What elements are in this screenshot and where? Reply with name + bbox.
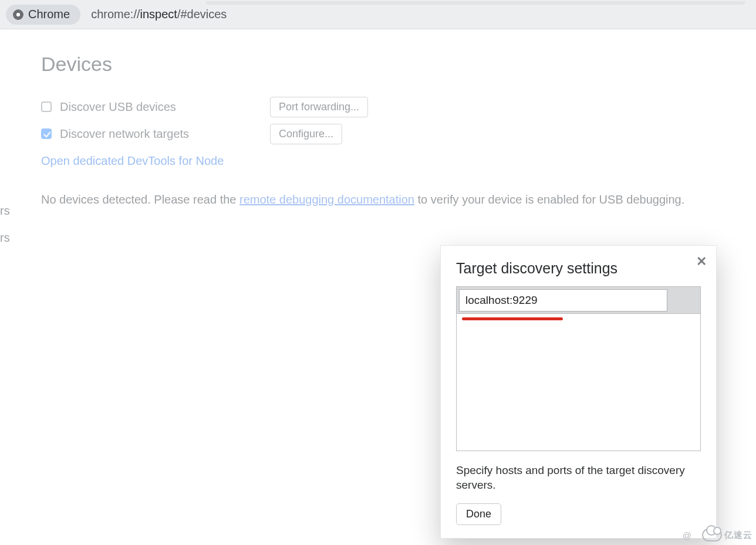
watermark: @ 亿速云 <box>683 529 752 541</box>
annotation-underline <box>462 317 563 320</box>
close-icon[interactable]: ✕ <box>696 254 707 269</box>
row-node-link: Open dedicated DevTools for Node <box>41 147 756 174</box>
page-body: Devices Discover USB devices Port forwar… <box>0 29 756 207</box>
target-list-header <box>457 287 700 314</box>
dialog-title: Target discovery settings <box>456 260 701 277</box>
watermark-brand: 亿速云 <box>724 530 752 541</box>
side-fragment-2: rs <box>0 231 10 245</box>
checkbox-network[interactable] <box>41 128 52 139</box>
url-suffix: /#devices <box>177 8 227 21</box>
watermark-at: @ <box>683 530 691 540</box>
label-usb: Discover USB devices <box>60 100 176 114</box>
dialog-description: Specify hosts and ports of the target di… <box>456 463 701 493</box>
address-bar-shadow <box>205 1 745 5</box>
port-forwarding-button[interactable]: Port forwarding... <box>270 97 368 117</box>
target-discovery-dialog: ✕ Target discovery settings Specify host… <box>440 245 717 539</box>
side-fragment-1: rs <box>0 204 10 218</box>
chrome-icon <box>13 9 23 20</box>
url-display[interactable]: chrome://inspect/#devices <box>91 8 227 21</box>
checkbox-usb[interactable] <box>41 101 52 112</box>
remote-debugging-doc-link[interactable]: remote debugging documentation <box>239 193 414 206</box>
url-bold: inspect <box>140 8 177 21</box>
target-remove-slot[interactable] <box>670 289 698 312</box>
cloud-icon <box>702 529 722 541</box>
tab-label: Chrome <box>28 8 70 21</box>
status-line: No devices detected. Please read the rem… <box>41 193 756 207</box>
row-network: Discover network targets Configure... <box>41 120 756 147</box>
done-button[interactable]: Done <box>456 503 501 525</box>
url-prefix: chrome:// <box>91 8 140 21</box>
browser-tab[interactable]: Chrome <box>6 5 80 25</box>
status-suffix: to verify your device is enabled for USB… <box>414 193 684 206</box>
open-devtools-node-link[interactable]: Open dedicated DevTools for Node <box>41 154 224 168</box>
page-title: Devices <box>41 53 756 76</box>
configure-button[interactable]: Configure... <box>270 124 342 144</box>
target-list <box>456 286 701 451</box>
label-network: Discover network targets <box>60 127 189 141</box>
target-host-input[interactable] <box>459 289 667 312</box>
row-usb: Discover USB devices Port forwarding... <box>41 93 756 120</box>
status-prefix: No devices detected. Please read the <box>41 193 239 206</box>
